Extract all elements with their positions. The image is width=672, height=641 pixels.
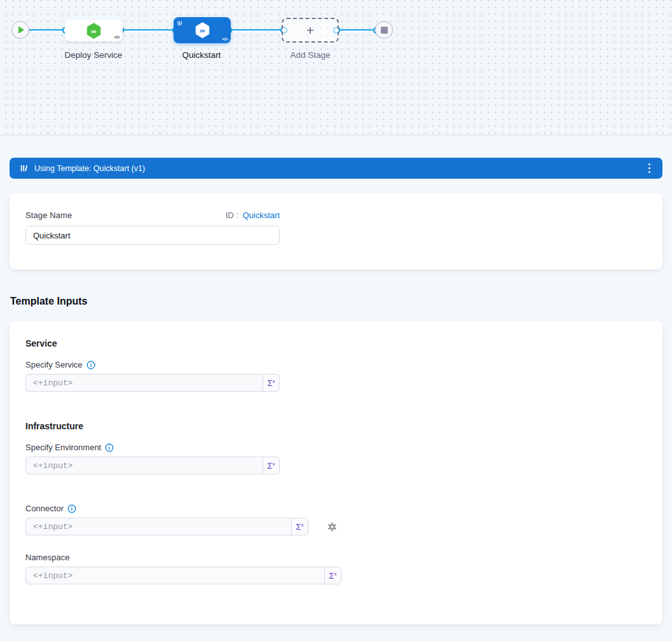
info-icon[interactable] — [86, 361, 95, 369]
banner-menu-button[interactable] — [647, 162, 653, 176]
specify-service-label: Specify Service — [25, 360, 647, 369]
connector-line — [120, 29, 176, 31]
stage-name-label: Stage Name — [25, 210, 72, 220]
stage-node-quickstart-selected[interactable]: ∞ </> — [174, 17, 231, 43]
pipeline-end-node[interactable] — [375, 21, 393, 39]
harness-stage-icon: ∞ — [194, 22, 211, 39]
namespace-input[interactable] — [25, 567, 324, 584]
runtime-expression-button[interactable]: Σx — [263, 374, 280, 392]
stage-label-quickstart: Quickstart — [157, 50, 246, 60]
connector-settings-gear-icon[interactable] — [327, 521, 338, 532]
stage-name-card: Stage Name ID : Quickstart — [10, 193, 662, 270]
connector-line — [25, 29, 66, 31]
connector-label: Connector — [25, 504, 647, 513]
stage-label-deploy-service: Deploy Service — [49, 50, 138, 60]
connector-input[interactable] — [25, 518, 291, 535]
stage-label-add-stage: Add Stage — [266, 50, 355, 60]
info-icon[interactable] — [67, 504, 76, 513]
stage-id: ID : Quickstart — [226, 210, 280, 220]
template-banner: Using Template: Quickstart (v1) — [10, 158, 662, 179]
code-icon: </> — [114, 35, 120, 39]
section-title-service: Service — [25, 338, 647, 348]
section-title-infrastructure: Infrastructure — [25, 421, 647, 431]
template-banner-text: Using Template: Quickstart (v1) — [34, 164, 647, 173]
runtime-expression-button[interactable]: Σx — [291, 518, 308, 535]
runtime-expression-button[interactable]: Σx — [324, 567, 341, 584]
pipeline-canvas[interactable]: ∞ </> ∞ </> + Deploy Service Quickstart … — [0, 0, 672, 135]
connector-line — [336, 29, 377, 31]
template-library-icon — [177, 20, 183, 26]
namespace-label: Namespace — [25, 553, 647, 562]
specify-environment-input[interactable] — [25, 457, 263, 474]
add-stage-button[interactable]: + — [282, 18, 339, 43]
stage-id-link[interactable]: Quickstart — [242, 210, 280, 220]
stop-icon — [381, 27, 388, 34]
specify-environment-label: Specify Environment — [25, 443, 647, 452]
connector-line — [228, 29, 284, 31]
runtime-expression-button[interactable]: Σx — [263, 457, 280, 474]
info-icon[interactable] — [105, 443, 114, 452]
svg-text:∞: ∞ — [200, 26, 205, 35]
plus-icon: + — [306, 24, 314, 37]
stage-node-deploy-service[interactable]: ∞ </> — [65, 20, 123, 41]
code-icon: </> — [222, 37, 228, 41]
play-icon — [18, 26, 24, 34]
harness-stage-icon: ∞ — [85, 22, 102, 39]
svg-text:∞: ∞ — [91, 26, 96, 35]
stage-id-label: ID : — [226, 210, 238, 220]
stage-name-input[interactable] — [25, 226, 280, 245]
template-library-icon — [20, 164, 29, 172]
specify-service-input[interactable] — [25, 374, 263, 392]
template-inputs-heading: Template Inputs — [10, 296, 662, 307]
template-inputs-card: Service Specify Service Σx Infrastructur… — [10, 321, 662, 624]
pipeline-start-node[interactable] — [11, 21, 29, 39]
stage-config-panel: Using Template: Quickstart (v1) Stage Na… — [0, 135, 672, 624]
